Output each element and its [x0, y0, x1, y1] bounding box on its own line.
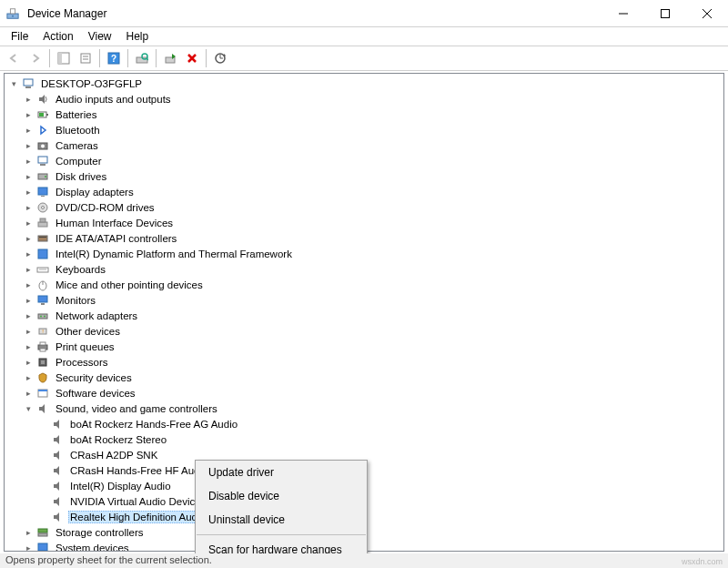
expander-icon[interactable]: ▸: [23, 295, 34, 306]
category-icon: [35, 278, 50, 292]
category-label: Sound, video and game controllers: [54, 403, 219, 414]
tree-device[interactable]: boAt Rockerz Hands-Free AG Audio: [5, 416, 723, 431]
tree-category[interactable]: ▸Software devices: [5, 385, 723, 401]
expander-icon[interactable]: ▸: [23, 187, 34, 198]
tree-category[interactable]: ▸Human Interface Devices: [5, 215, 723, 230]
sound-device-icon: [50, 432, 65, 447]
svg-rect-35: [40, 218, 46, 222]
expander-icon[interactable]: ▸: [23, 326, 34, 337]
category-icon: [35, 293, 50, 308]
expander-icon[interactable]: ▸: [23, 109, 34, 120]
expander-icon[interactable]: ▸: [23, 94, 34, 105]
svg-rect-9: [81, 54, 90, 63]
svg-rect-37: [39, 237, 46, 238]
tree-category[interactable]: ▸Monitors: [5, 292, 723, 308]
category-label: Processors: [54, 357, 110, 368]
svg-point-29: [45, 176, 46, 178]
svg-rect-31: [41, 196, 45, 197]
context-uninstall-device[interactable]: Uninstall device: [196, 508, 367, 532]
sound-device-icon: [50, 463, 65, 478]
maximize-button[interactable]: [644, 0, 686, 27]
context-disable-device[interactable]: Disable device: [196, 484, 367, 508]
expander-icon[interactable]: ▸: [23, 202, 34, 213]
menu-view[interactable]: View: [81, 28, 119, 45]
expander-icon[interactable]: ▸: [23, 156, 34, 167]
forward-button[interactable]: [25, 48, 46, 68]
scan-hardware-button[interactable]: [132, 48, 152, 68]
tree-category[interactable]: ▸Computer: [5, 153, 723, 168]
expander-icon[interactable]: ▾: [23, 403, 34, 414]
minimize-button[interactable]: [602, 0, 644, 27]
tree-category[interactable]: ▸Bluetooth: [5, 122, 723, 137]
tree-category[interactable]: ▸Processors: [5, 354, 723, 370]
help-button[interactable]: ?: [104, 48, 124, 68]
expander-icon[interactable]: ▸: [23, 279, 34, 290]
tree-category[interactable]: ▸Display adapters: [5, 184, 723, 199]
expander-icon[interactable]: ▸: [23, 527, 34, 538]
tree-category[interactable]: ▸DVD/CD-ROM drives: [5, 199, 723, 215]
expander-icon[interactable]: ▸: [23, 171, 34, 182]
tree-category[interactable]: ▾Sound, video and game controllers: [5, 401, 723, 416]
expander-icon[interactable]: ▸: [23, 248, 34, 259]
category-label: DVD/CD-ROM drives: [54, 202, 157, 213]
tree-category[interactable]: ▸Keyboards: [5, 261, 723, 277]
svg-rect-45: [38, 314, 47, 319]
menu-file[interactable]: File: [4, 28, 35, 45]
menu-bar: File Action View Help: [0, 27, 728, 46]
device-label: boAt Rockerz Hands-Free AG Audio: [68, 419, 239, 430]
expander-icon[interactable]: ▸: [23, 125, 34, 136]
enable-device-button[interactable]: [160, 48, 180, 68]
close-button[interactable]: [686, 0, 728, 27]
svg-rect-43: [38, 296, 47, 302]
category-icon: [35, 355, 50, 370]
expander-icon[interactable]: ▸: [23, 372, 34, 383]
category-label: Print queues: [54, 341, 116, 352]
toolbar-separator: [156, 49, 157, 67]
show-hide-console-button[interactable]: [54, 48, 74, 68]
expander-icon[interactable]: ▸: [23, 388, 34, 399]
context-menu: Update driver Disable device Uninstall d…: [195, 460, 368, 568]
svg-text:?: ?: [111, 54, 116, 64]
svg-rect-4: [662, 9, 670, 17]
tree-category[interactable]: ▸!Other devices: [5, 323, 723, 339]
tree-category[interactable]: ▸Mice and other pointing devices: [5, 277, 723, 292]
tree-category[interactable]: ▸Batteries: [5, 106, 723, 122]
expander-icon[interactable]: ▸: [23, 218, 34, 228]
menu-help[interactable]: Help: [119, 28, 157, 45]
expander-icon[interactable]: ▸: [23, 543, 34, 553]
category-icon: [35, 169, 50, 184]
category-icon: [35, 340, 50, 354]
expander-icon[interactable]: ▸: [23, 310, 34, 321]
tree-category[interactable]: ▸Print queues: [5, 339, 723, 354]
svg-rect-20: [25, 86, 31, 88]
tree-category[interactable]: ▸Cameras: [5, 137, 723, 153]
app-icon: [5, 6, 20, 21]
uninstall-device-button[interactable]: [182, 48, 202, 68]
expander-icon[interactable]: ▾: [8, 78, 19, 89]
category-label: Software devices: [54, 388, 137, 399]
category-label: Keyboards: [54, 264, 107, 275]
category-icon: [35, 231, 50, 246]
properties-toolbar-button[interactable]: [76, 48, 96, 68]
expander-icon[interactable]: ▸: [23, 140, 34, 151]
context-update-driver[interactable]: Update driver: [196, 461, 367, 484]
tree-category[interactable]: ▸IDE ATA/ATAPI controllers: [5, 230, 723, 246]
expander-icon[interactable]: ▸: [23, 341, 34, 352]
back-button[interactable]: [4, 48, 24, 68]
category-label: System devices: [54, 543, 131, 553]
svg-point-47: [44, 315, 46, 317]
tree-root[interactable]: ▾ DESKTOP-O3FGFLP: [5, 76, 723, 91]
tree-device[interactable]: boAt Rockerz Stereo: [5, 431, 723, 447]
expander-icon[interactable]: ▸: [23, 233, 34, 244]
sound-device-icon: [50, 494, 65, 509]
update-driver-button[interactable]: [210, 48, 230, 68]
menu-action[interactable]: Action: [35, 28, 80, 45]
expander-icon[interactable]: ▸: [23, 264, 34, 275]
tree-category[interactable]: ▸Security devices: [5, 370, 723, 385]
tree-category[interactable]: ▸Intel(R) Dynamic Platform and Thermal F…: [5, 246, 723, 261]
tree-category[interactable]: ▸Disk drives: [5, 168, 723, 184]
tree-category[interactable]: ▸Audio inputs and outputs: [5, 91, 723, 106]
svg-rect-51: [40, 342, 46, 345]
expander-icon[interactable]: ▸: [23, 357, 34, 368]
tree-category[interactable]: ▸Network adapters: [5, 308, 723, 323]
